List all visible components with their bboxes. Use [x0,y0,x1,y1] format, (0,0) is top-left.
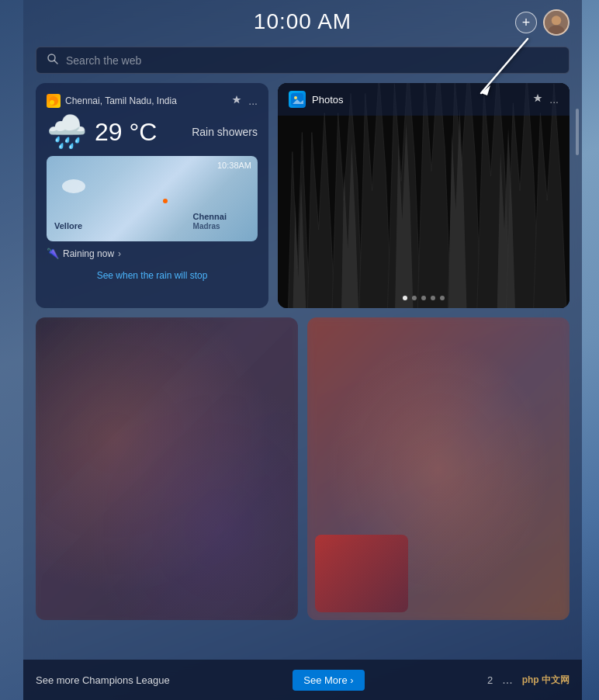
msn-weather-icon [47,94,61,108]
blurred-widget-left [36,317,298,620]
bottom-bar: See more Champions League See More › 2 .… [23,660,582,700]
widget-panel: 10:00 AM + [23,0,582,700]
photos-title-area: Photos [289,91,343,108]
photos-widget: Photos ... [278,83,570,308]
weather-widget-header: Chennai, Tamil Nadu, India ... [47,94,258,108]
weather-temperature: 29 °C [95,118,157,147]
map-label-chennai: Chennai Madras [193,212,227,230]
carousel-dot-3[interactable] [421,296,426,300]
php-watermark: php 中文网 [522,674,570,687]
map-timestamp: 10:38AM [217,161,251,170]
carousel-dot-5[interactable] [440,296,445,300]
see-more-label: See more Champions League [36,674,170,686]
carousel-dots [403,296,445,300]
carousel-dot-4[interactable] [431,296,435,300]
second-row [36,317,570,620]
map-cloud [62,179,85,193]
photos-actions: ... [532,93,559,106]
page-number: 2 [487,674,493,686]
rain-indicator: 🌂 Raining now › [47,248,258,259]
widgets-grid: Chennai, Tamil Nadu, India ... 🌧️ [23,83,582,620]
right-scrollbar[interactable] [576,109,579,155]
weather-description: Rain showers [192,126,258,138]
add-widget-button[interactable]: + [515,12,537,33]
bottom-right-area: 2 ... php 中文网 [487,673,570,687]
weather-pin-icon[interactable] [231,95,242,108]
map-label-vellore: Vellore [54,221,82,230]
svg-point-10 [294,96,297,99]
see-more-button[interactable]: See More › [293,670,364,691]
weather-more-icon[interactable]: ... [248,95,258,107]
search-icon [47,54,58,67]
weather-title-area: Chennai, Tamil Nadu, India [47,94,177,108]
first-row: Chennai, Tamil Nadu, India ... 🌧️ [36,83,570,308]
rain-icon: 🌂 [47,248,59,259]
carousel-dot-1[interactable] [403,296,407,300]
photos-image [278,83,570,308]
svg-line-6 [54,61,57,64]
photos-more-icon[interactable]: ... [549,93,559,106]
abstract-photo-svg [278,83,570,308]
rain-status-text: Raining now [63,248,114,259]
see-rain-link[interactable]: See when the rain will stop [47,267,258,284]
rain-arrow-icon: › [118,248,121,259]
svg-point-1 [552,16,561,25]
avatar[interactable] [543,9,570,36]
map-labels: Vellore [54,221,82,230]
top-right-actions: + [515,9,570,36]
svg-point-8 [50,100,54,105]
weather-map[interactable]: 10:38AM Vellore Chennai Madras [47,156,258,241]
weather-main: 🌧️ 29 °C Rain showers [47,116,258,148]
weather-widget: Chennai, Tamil Nadu, India ... 🌧️ [36,83,268,308]
weather-actions: ... [231,95,258,108]
time-display: 10:00 AM [254,9,351,34]
map-location-dot [163,199,168,203]
photos-app-icon [289,91,306,108]
svg-line-3 [481,39,528,93]
weather-location: Chennai, Tamil Nadu, India [65,95,177,106]
photos-title: Photos [312,94,343,106]
blurred-widget-right [307,317,570,620]
weather-condition-icon: 🌧️ [47,116,87,148]
carousel-dot-2[interactable] [412,296,417,300]
arrow-annotation [473,35,535,108]
bottom-more-icon[interactable]: ... [502,673,512,687]
